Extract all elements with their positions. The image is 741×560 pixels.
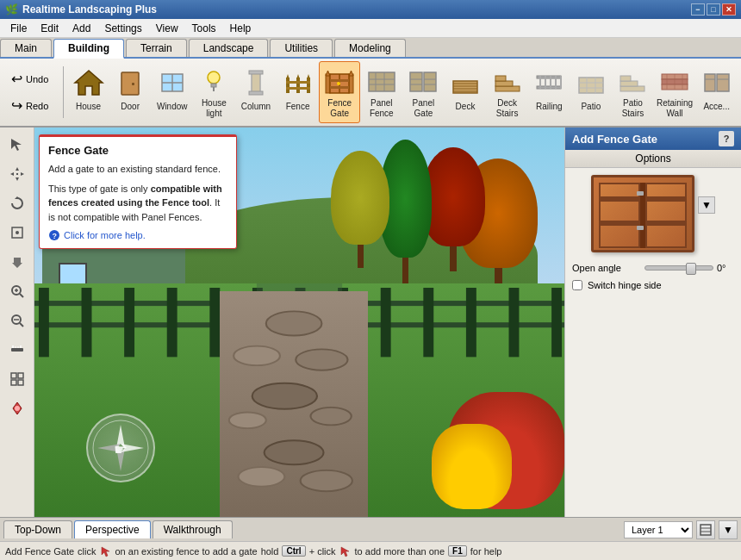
svg-point-116 (234, 346, 280, 365)
tab-walkthrough[interactable]: Walkthrough (153, 520, 233, 538)
tool-patio[interactable]: Patio (570, 61, 613, 123)
panel-title-text: Add Fence Gate (572, 133, 657, 146)
svg-rect-7 (211, 84, 216, 87)
panel-fence-icon (364, 65, 399, 96)
layer-icon-btn2[interactable]: ▼ (719, 520, 738, 539)
menu-help[interactable]: Help (223, 21, 258, 36)
svg-rect-34 (410, 72, 422, 91)
viewport[interactable]: ☛ Fence Gate Add a gate to an existing s… (34, 128, 564, 517)
house-icon (72, 65, 106, 100)
railing-label: Railing (536, 102, 563, 112)
svg-point-121 (265, 440, 324, 464)
tab-terrain[interactable]: Terrain (126, 39, 187, 57)
tool-railing[interactable]: Railing (528, 61, 570, 123)
svg-text:☛: ☛ (114, 441, 128, 458)
close-button[interactable]: ✕ (722, 3, 736, 16)
tool-measure-btn[interactable] (3, 336, 31, 364)
svg-marker-77 (21, 172, 24, 176)
undo-label: Undo (26, 74, 48, 84)
svg-rect-112 (509, 288, 520, 357)
status-more-text: to add more than one (355, 546, 445, 557)
tabbar: Main Building Terrain Landscape Utilitie… (0, 38, 741, 59)
panel-gate-label: Panel Gate (405, 98, 442, 119)
svg-rect-61 (620, 81, 638, 86)
svg-rect-19 (286, 87, 310, 90)
tool-panel-gate[interactable]: Panel Gate (402, 61, 445, 123)
tool-fence-gate[interactable]: Fence Gate (319, 61, 361, 123)
svg-marker-15 (296, 74, 300, 79)
svg-point-98 (15, 406, 20, 411)
svg-rect-78 (16, 173, 18, 175)
svg-rect-47 (495, 76, 506, 81)
svg-rect-45 (495, 86, 520, 91)
tab-modeling[interactable]: Modeling (334, 39, 406, 57)
tooltip-help-link[interactable]: ? Click for more help. (48, 229, 227, 241)
tool-house[interactable]: House (67, 61, 109, 123)
status-cursor-icon2 (339, 545, 352, 557)
tool-zoom-out-btn[interactable] (3, 307, 31, 334)
tab-main[interactable]: Main (0, 39, 52, 57)
redo-button[interactable]: ↪ Redo (3, 93, 56, 118)
column-label: Column (241, 102, 271, 112)
deck-stairs-label: Deck Stairs (489, 98, 526, 119)
tool-rotate-btn[interactable] (3, 190, 31, 217)
undo-button[interactable]: ↩ Undo (3, 66, 56, 91)
svg-rect-29 (369, 72, 395, 91)
menu-view[interactable]: View (149, 21, 185, 36)
panel-preview: ▼ (565, 168, 741, 259)
tool-retaining-wall[interactable]: Retaining Wall (654, 61, 696, 123)
svg-point-123 (301, 470, 352, 491)
tab-topdown[interactable]: Top-Down (3, 520, 72, 538)
preview-dropdown-button[interactable]: ▼ (698, 196, 715, 214)
tool-grid-btn[interactable] (3, 365, 31, 393)
tool-fence[interactable]: Fence (277, 61, 319, 123)
patio-stairs-icon (615, 65, 650, 96)
panel-fence-label: Panel Fence (363, 98, 400, 119)
tool-deck-stairs[interactable]: Deck Stairs (486, 61, 528, 123)
tool-select-btn[interactable] (3, 131, 31, 159)
tool-window[interactable]: Window (151, 61, 193, 123)
fence-icon (281, 65, 315, 100)
tab-building[interactable]: Building (53, 39, 124, 59)
svg-marker-0 (75, 71, 103, 95)
menu-settings[interactable]: Settings (97, 21, 148, 36)
tool-deck[interactable]: Deck (445, 61, 487, 123)
minimize-button[interactable]: − (691, 3, 705, 16)
tool-accessories[interactable]: Acce... (695, 61, 738, 123)
tool-column[interactable]: Column (235, 61, 277, 123)
maximize-button[interactable]: □ (707, 3, 720, 16)
tab-utilities[interactable]: Utilities (270, 39, 333, 57)
menu-edit[interactable]: Edit (34, 21, 65, 36)
house-light-label: House light (196, 98, 233, 119)
fence-gate-icon (322, 65, 357, 96)
tool-draw-btn[interactable] (3, 219, 31, 246)
left-toolbar (0, 128, 34, 517)
hinge-checkbox[interactable] (572, 280, 582, 290)
panel-gate-icon (406, 65, 440, 96)
tool-patio-stairs[interactable]: Patio Stairs (612, 61, 654, 123)
right-panel: Add Fence Gate ? Options (564, 128, 741, 517)
tool-panel-fence[interactable]: Panel Fence (360, 61, 402, 123)
tool-zoom-btn[interactable] (3, 277, 31, 305)
tab-perspective[interactable]: Perspective (74, 520, 151, 538)
layer-icon-btn1[interactable] (696, 520, 715, 539)
tool-snap-btn[interactable] (3, 395, 31, 422)
tool-house-light[interactable]: House light (193, 61, 235, 123)
menu-file[interactable]: File (3, 21, 34, 36)
menu-add[interactable]: Add (65, 21, 97, 36)
panel-help-button[interactable]: ? (719, 131, 734, 146)
patio-label: Patio (581, 102, 601, 112)
hinge-row: Switch hinge side (565, 277, 741, 294)
svg-marker-76 (10, 172, 14, 176)
svg-rect-27 (330, 86, 349, 89)
tool-door[interactable]: Door (109, 61, 152, 123)
tool-pan-btn[interactable] (3, 248, 31, 276)
tool-move-btn[interactable] (3, 160, 31, 188)
door-label: Door (121, 102, 140, 112)
svg-point-115 (266, 311, 322, 335)
open-angle-slider[interactable] (644, 265, 713, 271)
tab-landscape[interactable]: Landscape (189, 39, 269, 57)
svg-point-117 (296, 349, 347, 370)
layer-select[interactable]: Layer 1 Layer 2 Layer 3 (624, 521, 693, 538)
menu-tools[interactable]: Tools (185, 21, 223, 36)
